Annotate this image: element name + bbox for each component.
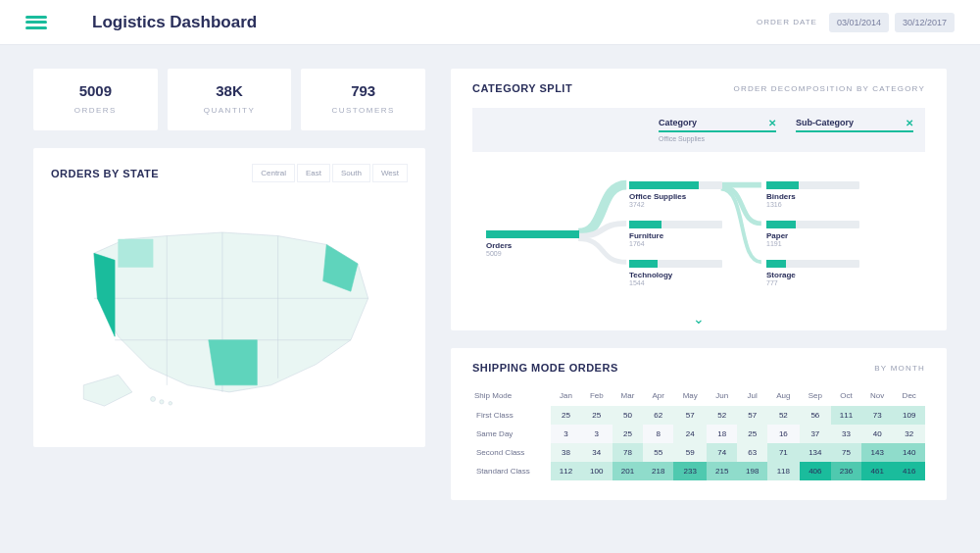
topbar: Logistics Dashboard ORDER DATE 03/01/201… [0,0,980,45]
chevron-down-icon[interactable]: ⌄ [693,311,705,327]
heatmap-cell[interactable]: 74 [707,443,737,462]
region-tab-west[interactable]: West [372,164,408,182]
shipping-heatmap[interactable]: Ship ModeJanFebMarAprMayJunJulAugSepOctN… [472,385,925,480]
svg-point-2 [169,401,172,405]
heatmap-cell[interactable]: 32 [893,425,925,443]
heatmap-cell[interactable]: 34 [581,443,612,462]
heatmap-cell[interactable]: 118 [767,462,799,480]
heatmap-cell[interactable]: 56 [800,406,831,425]
region-tabs: CentralEastSouthWest [252,164,408,182]
kpi-value: 5009 [41,82,150,99]
heatmap-cell[interactable]: 461 [861,462,893,480]
filter-subcategory[interactable]: Sub-Category ✕ [796,118,913,142]
table-row: Standard Class11210020121823321519811840… [472,462,925,480]
heatmap-cell[interactable]: 215 [707,462,737,480]
heatmap-cell[interactable]: 16 [767,425,799,443]
heatmap-cell[interactable]: 71 [767,443,799,462]
heatmap-cell[interactable]: 24 [673,425,707,443]
sankey-node[interactable]: Storage777 [766,260,859,286]
us-map[interactable] [51,208,408,424]
sankey-node[interactable]: Paper1191 [766,221,859,247]
heatmap-cell[interactable]: 59 [673,443,707,462]
heatmap-cell[interactable]: 236 [831,462,861,480]
filter-category[interactable]: Category ✕ Office Supplies [659,118,776,142]
svg-point-0 [151,397,156,402]
heatmap-cell[interactable]: 75 [831,443,861,462]
kpi-customers: 793 CUSTOMERS [301,69,425,130]
heatmap-cell[interactable]: 233 [673,462,707,480]
expand-row: ⌄ [472,311,925,327]
section-title: SHIPPING MODE ORDERS [472,362,618,374]
date-from-chip[interactable]: 03/01/2014 [829,13,889,32]
region-tab-south[interactable]: South [332,164,370,182]
heatmap-cell[interactable]: 73 [861,406,893,425]
heatmap-cell[interactable]: 50 [612,406,644,425]
row-label: Second Class [472,443,551,462]
heatmap-cell[interactable]: 40 [861,425,893,443]
region-tab-east[interactable]: East [297,164,330,182]
kpi-orders: 5009 ORDERS [33,69,158,130]
svg-point-1 [160,400,164,404]
sankey-node[interactable]: Binders1316 [766,181,859,208]
heatmap-cell[interactable]: 52 [767,406,799,425]
section-title: ORDERS BY STATE [51,168,159,179]
heatmap-cell[interactable]: 8 [643,425,673,443]
kpi-value: 793 [309,82,417,99]
filter-label: Category [659,118,776,132]
heatmap-cell[interactable]: 3 [551,425,581,443]
heatmap-cell[interactable]: 55 [643,443,673,462]
heatmap-cell[interactable]: 416 [893,462,925,480]
heatmap-cell[interactable]: 218 [643,462,673,480]
heatmap-cell[interactable]: 38 [551,443,581,462]
kpi-row: 5009 ORDERS 38K QUANTITY 793 CUSTOMERS [33,69,425,130]
heatmap-cell[interactable]: 33 [831,425,861,443]
heatmap-cell[interactable]: 52 [707,406,737,425]
table-row: Second Class383478555974637113475143140 [472,443,925,462]
row-label: Standard Class [472,462,551,480]
row-label: First Class [472,406,551,425]
region-tab-central[interactable]: Central [252,164,295,182]
kpi-value: 38K [175,82,284,99]
sankey-node[interactable]: Technology1544 [629,260,722,286]
sankey-chart[interactable]: Orders5009Office Supplies3742Furniture17… [472,162,925,309]
heatmap-cell[interactable]: 100 [581,462,612,480]
heatmap-cell[interactable]: 25 [737,425,767,443]
close-icon[interactable]: ✕ [906,118,913,128]
heatmap-cell[interactable]: 112 [551,462,581,480]
heatmap-cell[interactable]: 198 [737,462,767,480]
heatmap-cell[interactable]: 62 [643,406,673,425]
heatmap-cell[interactable]: 25 [612,425,644,443]
heatmap-cell[interactable]: 3 [581,425,612,443]
table-row: Same Day332582418251637334032 [472,425,925,443]
date-range: ORDER DATE 03/01/2014 30/12/2017 [757,13,955,32]
heatmap-cell[interactable]: 18 [707,425,737,443]
heatmap-cell[interactable]: 25 [551,406,581,425]
category-split-card: CATEGORY SPLIT ORDER DECOMPOSITION BY CA… [451,69,947,330]
menu-icon[interactable] [25,16,47,29]
heatmap-cell[interactable]: 57 [737,406,767,425]
filter-label: Sub-Category [796,118,913,132]
heatmap-cell[interactable]: 57 [673,406,707,425]
heatmap-cell[interactable]: 63 [737,443,767,462]
section-subtitle: ORDER DECOMPOSITION BY CATEGORY [734,84,925,93]
heatmap-cell[interactable]: 111 [831,406,861,425]
heatmap-cell[interactable]: 134 [800,443,831,462]
heatmap-cell[interactable]: 25 [581,406,612,425]
heatmap-cell[interactable]: 406 [800,462,831,480]
sankey-node[interactable]: Furniture1764 [629,221,722,247]
heatmap-cell[interactable]: 140 [893,443,925,462]
kpi-label: ORDERS [41,106,150,115]
shipping-mode-card: SHIPPING MODE ORDERS BY MONTH Ship ModeJ… [451,348,947,500]
heatmap-cell[interactable]: 78 [612,443,644,462]
heatmap-cell[interactable]: 109 [893,406,925,425]
close-icon[interactable]: ✕ [768,118,776,128]
sankey-node[interactable]: Office Supplies3742 [629,181,722,208]
heatmap-cell[interactable]: 37 [800,425,831,443]
heatmap-cell[interactable]: 201 [612,462,644,480]
date-to-chip[interactable]: 30/12/2017 [895,13,955,32]
sankey-node[interactable]: Orders5009 [486,230,579,257]
date-label: ORDER DATE [757,18,817,26]
heatmap-cell[interactable]: 143 [861,443,893,462]
row-label: Same Day [472,425,551,443]
page-title: Logistics Dashboard [92,13,257,32]
